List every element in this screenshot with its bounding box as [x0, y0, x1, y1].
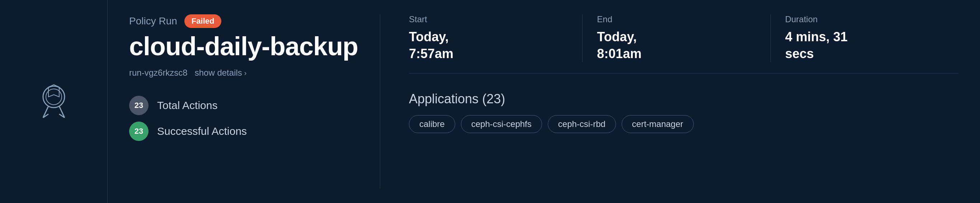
run-id: run-vgz6rkzsc8: [129, 68, 188, 78]
timing-section: Start Today,7:57am End Today,8:01am Dura…: [409, 14, 958, 73]
start-value: Today,7:57am: [409, 29, 568, 62]
app-tag[interactable]: ceph-csi-cephfs: [461, 115, 542, 133]
policy-run-label: Policy Run: [129, 16, 177, 27]
end-value: Today,8:01am: [597, 29, 756, 62]
apps-section: Applications (23) calibreceph-csi-cephfs…: [409, 92, 958, 189]
chevron-right-icon: ›: [244, 69, 247, 77]
end-timing: End Today,8:01am: [582, 14, 770, 62]
policy-header: Policy Run Failed: [129, 14, 358, 28]
app-tags-container: calibreceph-csi-cephfsceph-csi-rbdcert-m…: [409, 115, 958, 133]
left-panel: [0, 0, 108, 203]
total-actions-label: Total Actions: [157, 99, 217, 111]
failed-badge: Failed: [185, 14, 222, 28]
duration-value: 4 mins, 31secs: [785, 29, 944, 62]
apps-title: Applications (23): [409, 92, 958, 106]
show-details-link[interactable]: show details ›: [195, 68, 247, 78]
left-info: Policy Run Failed cloud-daily-backup run…: [129, 14, 380, 189]
main-content: Policy Run Failed cloud-daily-backup run…: [108, 0, 980, 203]
duration-label: Duration: [785, 14, 944, 24]
successful-actions-stat: 23 Successful Actions: [129, 122, 358, 141]
app-tag[interactable]: ceph-csi-rbd: [548, 115, 616, 133]
app-tag[interactable]: calibre: [409, 115, 455, 133]
duration-timing: Duration 4 mins, 31secs: [770, 14, 958, 62]
medal-icon: [36, 82, 72, 121]
start-timing: Start Today,7:57am: [409, 14, 582, 62]
stats-section: 23 Total Actions 23 Successful Actions: [129, 96, 358, 141]
apps-count: (23): [482, 92, 505, 106]
policy-name: cloud-daily-backup: [129, 32, 358, 60]
end-label: End: [597, 14, 756, 24]
successful-actions-label: Successful Actions: [157, 125, 247, 137]
app-tag[interactable]: cert-manager: [622, 115, 694, 133]
start-label: Start: [409, 14, 568, 24]
total-actions-badge: 23: [129, 96, 148, 115]
right-info: Start Today,7:57am End Today,8:01am Dura…: [380, 14, 958, 189]
total-actions-stat: 23 Total Actions: [129, 96, 358, 115]
successful-actions-badge: 23: [129, 122, 148, 141]
policy-meta: run-vgz6rkzsc8 show details ›: [129, 68, 358, 78]
